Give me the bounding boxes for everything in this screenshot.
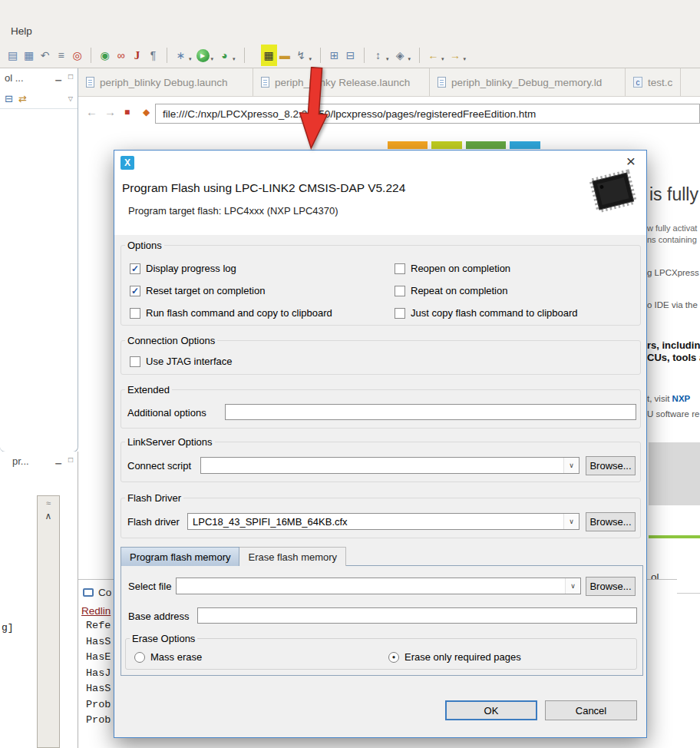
grid-icon[interactable]: ⊟ (342, 45, 358, 66)
editor-tab-label: periph_blinky Debug.launch (100, 77, 228, 88)
dropdown-caret-icon[interactable]: ▾ (211, 56, 214, 62)
link-with-editor-icon[interactable]: ⇄ (18, 93, 27, 104)
checkbox-reset-target-on-completion[interactable]: ✓ Reset target on completion (130, 285, 265, 296)
nxp-logo-fragment (466, 141, 506, 149)
radio-circle: ● (388, 652, 399, 663)
collapse-all-icon[interactable]: ⊟ (5, 93, 13, 104)
flash-driver-combo[interactable]: LPC18_43_SPIFI_16MB_64KB.cfx ∨ (187, 513, 579, 530)
dropdown-caret-icon[interactable]: ▾ (408, 56, 411, 62)
console-line: HasS (86, 683, 111, 694)
radio-mass-erase[interactable]: Mass erase (134, 651, 202, 663)
back-history-icon[interactable]: ← (425, 45, 441, 66)
chevron-down-icon[interactable]: ∨ (563, 514, 579, 529)
nxp-link[interactable]: NXP (672, 394, 691, 403)
checkbox-use-jtag-interface[interactable]: Use JTAG interface (130, 356, 232, 367)
external-tools-icon[interactable]: ↯ (293, 45, 309, 66)
java-bean-icon[interactable]: ◉ (97, 45, 113, 66)
sort-icon[interactable]: ↕ (370, 45, 386, 66)
dialog-subtitle: Program target flash: LPC4xxx (NXP LPC43… (128, 205, 338, 217)
editor-tab-label: periph_blinky Release.launch (275, 77, 410, 88)
check-mark: ✓ (131, 286, 139, 296)
forward-nav-icon[interactable]: → (104, 105, 116, 118)
maximize-button[interactable]: □ (68, 72, 73, 81)
chevron-down-icon[interactable]: ∨ (563, 458, 579, 473)
mark-occurrences-icon[interactable]: ◈ (392, 45, 408, 66)
editor-tab[interactable]: periph_blinky Release.launch (253, 68, 430, 96)
console-header: Co (83, 587, 111, 598)
combo-value (201, 458, 563, 473)
console-icon (83, 588, 94, 597)
program-flash-icon[interactable]: ▦ (261, 45, 277, 66)
page-text-fragment: t, visit NXP (647, 394, 690, 403)
menu-help[interactable]: Help (11, 25, 32, 37)
radio-erase-only-required-pages[interactable]: ● Erase only required pages (388, 651, 521, 663)
dropdown-caret-icon[interactable]: ▾ (441, 56, 444, 62)
additional-options-input[interactable] (225, 404, 636, 420)
combo-value (177, 578, 565, 594)
base-address-input[interactable] (197, 607, 637, 624)
page-divider-green (649, 535, 700, 538)
tab-erase-flash-memory[interactable]: Erase flash memory (239, 547, 346, 566)
check-mark: ✓ (131, 264, 139, 273)
c-file-icon: c (633, 77, 642, 88)
view-menu-icon[interactable]: ▽ (68, 95, 73, 102)
save-icon[interactable]: ▤ (5, 45, 21, 66)
address-url-field[interactable]: file:///C:/nxp/LPCXpresso_8.2.2_650/lpcx… (155, 104, 700, 124)
select-file-combo[interactable]: ∨ (176, 578, 581, 594)
restore-icon[interactable]: ≈ (46, 498, 51, 508)
forward-history-icon[interactable]: → (447, 45, 464, 66)
editor-tab[interactable]: c test.c (626, 68, 681, 96)
cancel-button[interactable]: Cancel (545, 700, 637, 720)
debug-target-icon[interactable]: ◎ (69, 45, 85, 66)
select-file-browse-button[interactable]: Browse... (586, 577, 636, 596)
additional-options-label: Additional options (127, 407, 206, 419)
java-launch-icon[interactable]: J (129, 45, 145, 66)
dropdown-caret-icon[interactable]: ▾ (386, 56, 389, 62)
file-icon (261, 77, 269, 88)
stop-icon[interactable]: ■ (124, 107, 130, 117)
debug-icon[interactable]: ◆ (143, 107, 150, 117)
dropdown-caret-icon[interactable]: ▾ (309, 56, 312, 62)
console-line: HasJ (86, 667, 111, 679)
save-all-icon[interactable]: ▦ (21, 45, 37, 66)
console-link[interactable]: Redlin (81, 605, 111, 617)
back-nav-icon[interactable]: ← (86, 105, 97, 118)
maximize-button[interactable]: □ (68, 455, 73, 464)
run-icon[interactable]: ▶ (195, 45, 211, 66)
tab-program-flash-memory[interactable]: Program flash memory (121, 547, 239, 566)
connect-script-browse-button[interactable]: Browse... (586, 456, 636, 475)
open-folder-icon[interactable]: ▬ (277, 45, 293, 66)
flash-driver-browse-button[interactable]: Browse... (586, 512, 636, 531)
dropdown-caret-icon[interactable]: ▾ (189, 56, 192, 62)
dropdown-caret-icon[interactable]: ▾ (464, 56, 467, 62)
build-icon[interactable]: ≡ (53, 45, 69, 66)
minimize-button[interactable]: ▁ (55, 455, 61, 464)
dropdown-caret-icon[interactable]: ▾ (233, 56, 236, 62)
scroll-up-icon[interactable]: ∧ (45, 511, 52, 521)
new-wizard-icon[interactable]: ∗ (173, 45, 189, 66)
checkbox-run-flash-command-copy[interactable]: Run flash command and copy to clipboard (130, 307, 332, 319)
chevron-down-icon[interactable]: ∨ (565, 578, 580, 594)
whitespace-icon[interactable]: ¶ (145, 45, 161, 66)
checkbox-reopen-on-completion[interactable]: Reopen on completion (395, 263, 510, 274)
editor-tab[interactable]: periph_blinky Debug.launch (78, 68, 253, 96)
checkbox-label: Display progress log (146, 263, 236, 274)
erase-options-label: Erase Options (130, 633, 197, 644)
minimize-button[interactable]: ▁ (55, 72, 61, 81)
ok-button[interactable]: OK (445, 700, 537, 720)
connect-script-combo[interactable]: ∨ (200, 457, 579, 474)
table-icon[interactable]: ⊞ (326, 45, 342, 66)
page-text-fragment: is fully (649, 184, 698, 205)
checkbox-display-progress-log[interactable]: ✓ Display progress log (130, 263, 236, 274)
editor-tab-label: test.c (648, 77, 672, 88)
editor-tab[interactable]: periph_blinky_Debug_memory.ld (430, 68, 626, 96)
options-group-label: Options (125, 240, 164, 251)
checkbox-repeat-on-completion[interactable]: Repeat on completion (395, 285, 507, 296)
checkbox-box: ✓ (130, 286, 140, 296)
page-text-fragment: g LPCXpress (647, 268, 699, 277)
link-chain-icon[interactable]: ∞ (113, 45, 129, 66)
profile-icon[interactable]: ◕ (216, 45, 233, 66)
checkbox-just-copy-flash-command[interactable]: Just copy flash command to clipboard (395, 307, 578, 319)
flash-driver-group-label: Flash Driver (125, 492, 183, 504)
undo-icon[interactable]: ↶ (37, 45, 53, 66)
